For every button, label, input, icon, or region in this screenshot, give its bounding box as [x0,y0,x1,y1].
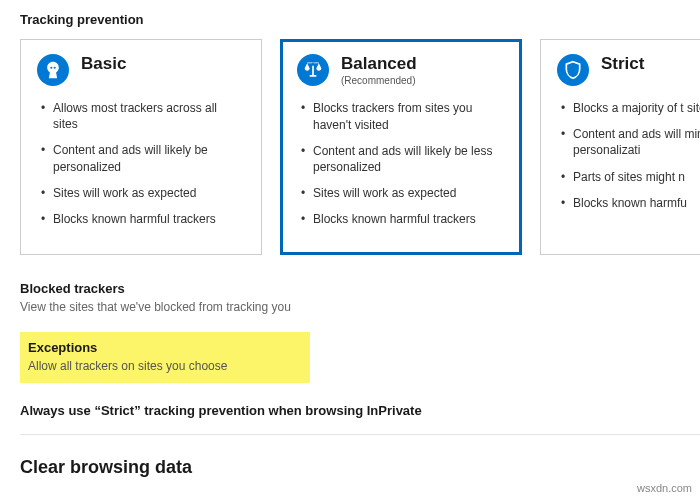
bullet: Sites will work as expected [37,185,245,201]
clear-browsing-heading: Clear browsing data [20,457,700,478]
bullet: Blocks known harmfu [557,195,700,211]
bullet: Blocks known harmful trackers [37,211,245,227]
bullet: Blocks known harmful trackers [297,211,505,227]
card-header: Basic [37,54,245,86]
card-basic[interactable]: Basic Allows most trackers across all si… [20,39,262,255]
bullet: Content and ads will minimal personaliza… [557,126,700,158]
link-title: Exceptions [28,340,302,355]
link-desc: Allow all trackers on sites you choose [28,359,302,373]
exceptions-link[interactable]: Exceptions Allow all trackers on sites y… [20,332,310,383]
always-strict-inprivate-toggle[interactable]: Always use “Strict” tracking prevention … [20,397,700,434]
watermark: wsxdn.com [637,482,692,492]
card-header: Balanced (Recommended) [297,54,505,86]
card-title: Basic [81,54,126,74]
section-title: Tracking prevention [20,12,700,27]
card-strict[interactable]: Strict Blocks a majority of t sites Cont… [540,39,700,255]
bullet: Sites will work as expected [297,185,505,201]
divider [20,434,700,435]
bullet: Allows most trackers across all sites [37,100,245,132]
bullet: Content and ads will likely be less pers… [297,143,505,175]
bullet: Blocks trackers from sites you haven't v… [297,100,505,132]
card-header: Strict [557,54,700,86]
bullet: Parts of sites might n [557,169,700,185]
balanced-icon [297,54,329,86]
tracking-level-cards: Basic Allows most trackers across all si… [20,39,700,255]
basic-icon [37,54,69,86]
card-title: Balanced [341,54,417,74]
card-bullets: Blocks a majority of t sites Content and… [557,100,700,211]
card-bullets: Blocks trackers from sites you haven't v… [297,100,505,227]
card-balanced[interactable]: Balanced (Recommended) Blocks trackers f… [280,39,522,255]
bullet: Content and ads will likely be personali… [37,142,245,174]
link-title: Blocked trackers [20,281,700,296]
link-desc: View the sites that we've blocked from t… [20,300,700,314]
strict-icon [557,54,589,86]
card-title: Strict [601,54,644,74]
blocked-trackers-link[interactable]: Blocked trackers View the sites that we'… [20,277,700,318]
card-subtitle: (Recommended) [341,75,417,86]
card-bullets: Allows most trackers across all sites Co… [37,100,245,227]
bullet: Blocks a majority of t sites [557,100,700,116]
